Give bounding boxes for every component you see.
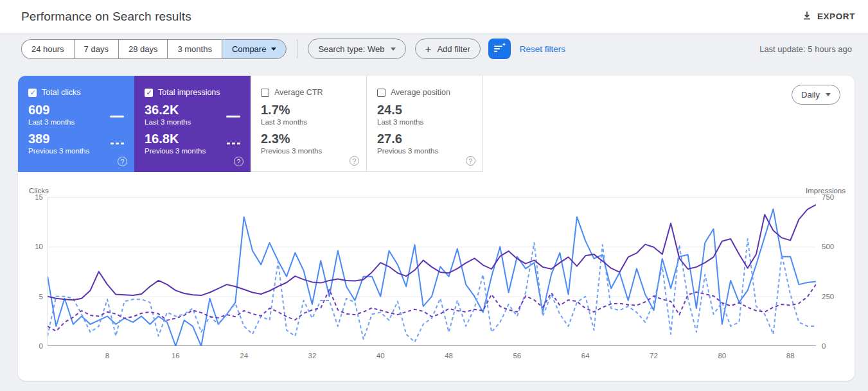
metric-label: Average position	[391, 88, 450, 97]
date-range-24-hours[interactable]: 24 hours	[21, 39, 74, 59]
x-tick-label: 48	[445, 352, 453, 360]
chart-canvas	[48, 197, 816, 346]
page-title: Performance on Search results	[21, 10, 191, 24]
download-icon	[802, 11, 811, 22]
x-tick-label: 40	[376, 352, 385, 360]
last-update-text: Last update: 5 hours ago	[759, 44, 852, 54]
compare-label: Compare	[232, 44, 266, 54]
metric-value-previous: 16.8K	[145, 132, 240, 146]
metric-period-current: Last 3 months	[145, 118, 240, 126]
metric-value-previous: 389	[28, 132, 124, 146]
chevron-down-icon	[271, 48, 276, 51]
chevron-down-icon	[391, 48, 396, 51]
add-filter-label: Add filter	[437, 44, 470, 54]
left-axis-ticks: 15 10 5 0	[24, 197, 48, 346]
divider	[297, 39, 297, 58]
metric-period-previous: Previous 3 months	[145, 147, 240, 155]
metric-period-previous: Previous 3 months	[377, 147, 472, 155]
checkbox-unchecked-icon[interactable]	[377, 89, 385, 97]
performance-card: ✓ Total clicks 609 Last 3 months 389 Pre…	[18, 76, 855, 381]
add-filter-button[interactable]: + Add filter	[415, 39, 481, 59]
solid-line-legend-icon	[226, 116, 240, 117]
granularity-label: Daily	[801, 90, 820, 100]
chevron-down-icon	[826, 93, 831, 96]
granularity-dropdown[interactable]: Daily	[792, 85, 840, 105]
metric-value-current: 609	[28, 103, 124, 117]
metric-period-previous: Previous 3 months	[28, 147, 124, 155]
help-icon[interactable]: ?	[466, 156, 475, 166]
x-tick-label: 8	[105, 352, 109, 360]
right-axis-ticks: 750 500 250 0	[816, 197, 846, 346]
metric-tile-average-ctr[interactable]: Average CTR 1.7% Last 3 months 2.3% Prev…	[251, 76, 367, 172]
series-line	[48, 284, 816, 331]
help-icon[interactable]: ?	[350, 156, 359, 166]
metric-period-current: Last 3 months	[377, 118, 472, 126]
date-range-3-months[interactable]: 3 months	[167, 39, 221, 59]
solid-line-legend-icon	[110, 116, 124, 117]
reset-filters-link[interactable]: Reset filters	[520, 44, 565, 54]
checkbox-checked-icon[interactable]: ✓	[28, 89, 37, 97]
help-icon[interactable]: ?	[234, 157, 244, 166]
metric-period-previous: Previous 3 months	[261, 147, 356, 155]
metric-value-current: 1.7%	[261, 103, 356, 117]
x-tick-label: 56	[513, 352, 521, 360]
metric-label: Average CTR	[274, 88, 323, 97]
metric-label: Total clicks	[42, 88, 80, 97]
search-type-dropdown[interactable]: Search type: Web	[308, 39, 405, 59]
date-range-segmented-control: 24 hours 7 days 28 days 3 months Compare	[21, 39, 287, 59]
date-range-7-days[interactable]: 7 days	[74, 39, 118, 59]
export-button[interactable]: EXPORT	[802, 11, 855, 22]
x-tick-label: 72	[650, 352, 658, 360]
metric-value-current: 24.5	[377, 103, 472, 117]
metric-label: Total impressions	[158, 88, 220, 97]
metric-value-previous: 27.6	[377, 132, 472, 146]
plus-icon: +	[425, 44, 432, 55]
metric-tile-total-impressions[interactable]: ✓ Total impressions 36.2K Last 3 months …	[134, 76, 251, 172]
series-line	[48, 239, 816, 342]
metric-period-current: Last 3 months	[28, 118, 124, 126]
x-tick-label: 88	[786, 352, 795, 360]
filter-bar: 24 hours 7 days 28 days 3 months Compare…	[0, 33, 868, 64]
metric-value-previous: 2.3%	[261, 132, 356, 146]
checkbox-checked-icon[interactable]: ✓	[145, 89, 153, 97]
chart-plot-area[interactable]	[48, 197, 816, 346]
checkbox-unchecked-icon[interactable]	[261, 89, 269, 97]
x-tick-label: 16	[172, 352, 180, 360]
sparkle-icon: ✦	[502, 42, 506, 48]
export-label: EXPORT	[817, 12, 855, 21]
metric-tile-average-position[interactable]: Average position 24.5 Last 3 months 27.6…	[367, 76, 483, 172]
series-line	[48, 205, 816, 300]
filter-settings-button[interactable]: ✦	[488, 39, 511, 59]
dashed-line-legend-icon	[227, 143, 240, 144]
x-tick-label: 64	[581, 352, 590, 360]
metric-tile-total-clicks[interactable]: ✓ Total clicks 609 Last 3 months 389 Pre…	[18, 76, 134, 172]
x-axis-labels: 816243240485664728088	[48, 346, 816, 365]
metric-value-current: 36.2K	[145, 103, 240, 117]
dashed-line-legend-icon	[111, 143, 124, 144]
compare-button[interactable]: Compare	[222, 39, 287, 59]
x-tick-label: 80	[718, 352, 726, 360]
x-tick-label: 24	[240, 352, 248, 360]
date-range-28-days[interactable]: 28 days	[118, 39, 168, 59]
search-type-label: Search type: Web	[318, 44, 384, 54]
x-tick-label: 32	[308, 352, 316, 360]
performance-chart: Clicks Impressions 15 10 5 0 750 500 250…	[18, 187, 855, 365]
page-header: Performance on Search results EXPORT	[0, 0, 868, 33]
help-icon[interactable]: ?	[118, 157, 127, 166]
metric-tiles: ✓ Total clicks 609 Last 3 months 389 Pre…	[18, 76, 855, 172]
metric-period-current: Last 3 months	[261, 118, 356, 126]
